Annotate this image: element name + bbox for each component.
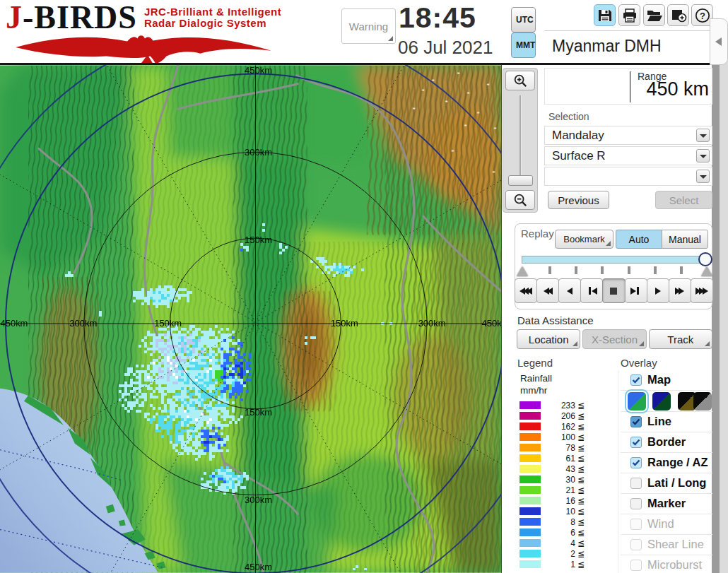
overlay-item-map[interactable]: Map: [621, 370, 712, 391]
track-button[interactable]: Track: [649, 329, 712, 349]
zoom-slider-handle[interactable]: [508, 175, 533, 186]
auto-mode-button[interactable]: Auto: [616, 230, 662, 249]
map-style-1[interactable]: [628, 392, 646, 410]
overlay-item-border[interactable]: Border: [621, 432, 712, 453]
add-window-button[interactable]: [667, 4, 689, 26]
zoom-in-button[interactable]: [505, 71, 535, 90]
legend-color-swatch: [519, 560, 541, 568]
dropdown-arrow-button[interactable]: [696, 170, 710, 183]
checkbox[interactable]: [630, 457, 642, 468]
x-section-button[interactable]: X-Section: [582, 329, 646, 349]
overlay-item-label: Map: [647, 373, 671, 386]
overlay-item-marker[interactable]: Marker: [621, 494, 712, 514]
playback-rewind-fast-button[interactable]: [515, 278, 537, 303]
replay-tick: [654, 266, 657, 274]
map-style-2[interactable]: [652, 392, 671, 410]
replay-slider-track[interactable]: [522, 256, 708, 264]
legend-row: 206≦: [519, 410, 585, 421]
legend-operator: ≦: [577, 560, 585, 569]
legend-color-swatch: [519, 497, 541, 504]
station-title: Myanmar DMH: [552, 37, 662, 56]
overlay-item-label: Microburst: [647, 558, 702, 572]
previous-button[interactable]: Previous: [548, 191, 609, 209]
logo-subtitle: JRC-Brilliant & Intelligent Radar Dialog…: [144, 1, 281, 29]
warning-button[interactable]: Warning: [341, 8, 396, 44]
checkbox[interactable]: [630, 374, 642, 386]
rewind-fast-icon: [521, 288, 532, 295]
manual-mode-button[interactable]: Manual: [662, 230, 708, 249]
print-button[interactable]: [618, 4, 640, 26]
bookmark-button[interactable]: Bookmark: [555, 230, 613, 249]
legend-color-swatch: [519, 518, 541, 526]
select-button[interactable]: Select: [655, 191, 712, 209]
replay-range-end-marker[interactable]: [701, 266, 712, 276]
playback-stop-button[interactable]: [602, 278, 625, 303]
svg-text:300km: 300km: [418, 318, 446, 329]
open-folder-button[interactable]: [643, 4, 665, 26]
overlay-item-range-az[interactable]: Range / AZ: [621, 453, 712, 473]
back-icon: [568, 288, 572, 295]
zoom-out-icon: [512, 192, 528, 208]
overlay-item-label: Wind: [647, 517, 674, 531]
location-button[interactable]: Location: [517, 329, 580, 349]
mmt-button[interactable]: MMT: [511, 33, 536, 58]
overlay-item-lati-long[interactable]: Lati / Long: [621, 473, 712, 494]
legend-operator: ≦: [577, 528, 585, 538]
range-value: 450 km: [646, 78, 709, 100]
selection-field-3[interactable]: [544, 167, 712, 186]
radar-map[interactable]: 450km300km150km150km300km450km450km300km…: [0, 65, 502, 573]
playback-back-button[interactable]: [558, 278, 581, 303]
playback-forward-fast-button[interactable]: [691, 278, 713, 303]
legend-row: 16≦: [519, 495, 585, 506]
svg-text:450km: 450km: [1, 318, 28, 329]
checkbox[interactable]: [630, 478, 642, 489]
legend-operator: ≦: [577, 485, 585, 495]
replay-range-start-marker[interactable]: [517, 266, 528, 276]
replay-slider-handle[interactable]: [698, 252, 712, 266]
replay-tick: [628, 266, 630, 274]
header-divider: [544, 30, 712, 31]
panel-collapse-tab[interactable]: [710, 18, 728, 65]
checkbox[interactable]: [630, 498, 642, 509]
map-style-4[interactable]: [693, 392, 712, 410]
legend-row: 43≦: [519, 463, 585, 474]
overlay-item-label: Shear Line: [647, 538, 704, 551]
playback-step-forward-button[interactable]: [625, 278, 647, 303]
zoom-slider-track[interactable]: [519, 95, 522, 184]
checkbox[interactable]: [630, 416, 642, 427]
panel-splitter[interactable]: [712, 61, 720, 573]
rewind-icon: [544, 288, 551, 295]
map-style-swatches: [621, 391, 712, 412]
legend-operator: ≦: [577, 401, 585, 410]
utc-button[interactable]: UTC: [511, 7, 536, 33]
legend-operator: ≦: [577, 475, 585, 485]
overlay-list: MapLineBorderRange / AZLati / LongMarker…: [621, 370, 712, 573]
legend-operator: ≦: [577, 538, 585, 548]
legend-value: 10: [541, 507, 575, 516]
selection-field-2[interactable]: Surface R: [544, 146, 712, 165]
playback-forward-button[interactable]: [669, 278, 691, 303]
legend-unit: mm/hr: [520, 385, 547, 396]
playback-step-back-button[interactable]: [580, 278, 603, 303]
selection-field-1[interactable]: Mandalay: [544, 126, 712, 145]
legend-row: 10≦: [519, 506, 585, 516]
legend-color-swatch: [519, 539, 541, 547]
legend-color-swatch: [519, 528, 541, 536]
dropdown-arrow-button[interactable]: [696, 149, 710, 163]
zoom-out-button[interactable]: [505, 190, 535, 210]
playback-rewind-button[interactable]: [536, 278, 559, 303]
legend-color-swatch: [519, 423, 541, 430]
save-button[interactable]: [594, 4, 616, 26]
legend-value: 4: [541, 538, 575, 548]
overlay-item-wind: Wind: [621, 514, 712, 535]
overlay-item-line[interactable]: Line: [621, 412, 712, 432]
playback-play-button[interactable]: [647, 278, 669, 303]
checkbox[interactable]: [630, 437, 642, 448]
data-assistance-buttons: LocationX-SectionTrack: [517, 329, 712, 349]
print-icon: [621, 7, 638, 24]
overlay-item-label: Lati / Long: [647, 476, 706, 490]
legend-operator: ≦: [577, 432, 585, 442]
dropdown-arrow-button[interactable]: [696, 129, 710, 142]
svg-text:150km: 150km: [331, 318, 358, 329]
legend-operator: ≦: [577, 422, 585, 432]
